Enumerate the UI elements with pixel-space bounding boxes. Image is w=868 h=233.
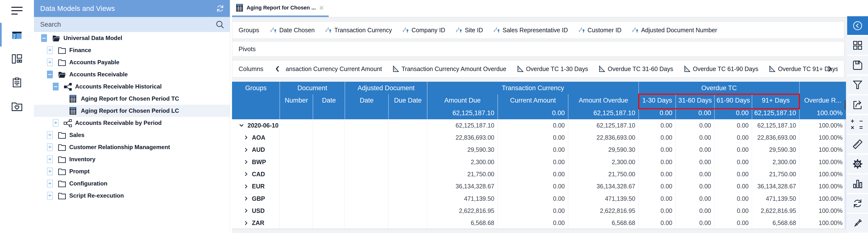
collapse-toggle[interactable] xyxy=(41,34,47,42)
tree-item[interactable]: Aging Report for Chosen Period LC xyxy=(34,105,230,117)
row-label[interactable]: AUD xyxy=(243,144,265,156)
refresh-button[interactable] xyxy=(847,194,868,213)
expand-toggle[interactable] xyxy=(47,131,53,139)
column-header-amount_overdue[interactable]: Amount Overdue xyxy=(568,94,639,107)
cell-d1_30: 0.00 xyxy=(639,180,676,193)
model-outline-icon xyxy=(63,119,72,127)
column-header-current_amount[interactable]: Current Amount xyxy=(498,94,568,107)
column-header-d91[interactable]: 91+ Days xyxy=(752,94,800,107)
refresh-icon[interactable] xyxy=(216,4,224,13)
chevron-right-icon[interactable] xyxy=(243,171,249,177)
field-chip[interactable]: ansaction Currency Current Amount xyxy=(286,65,382,72)
tree-item[interactable]: Aging Report for Chosen Period TC xyxy=(34,93,230,105)
settings-button[interactable] xyxy=(847,155,868,173)
column-header-ratio[interactable]: Overdue R... xyxy=(800,94,846,107)
column-header-d61_90[interactable]: 61-90 Days xyxy=(714,94,752,107)
chevron-right-icon[interactable] xyxy=(243,183,249,190)
vertical-scrollbar-thumb[interactable] xyxy=(844,100,846,110)
tab-aging-report[interactable]: Aging Report for Chosen ... × xyxy=(232,0,329,17)
field-chip[interactable]: Adjusted Document Number xyxy=(631,26,717,34)
column-header-amount_due[interactable]: Amount Due xyxy=(427,94,498,107)
tree-item[interactable]: Universal Data Model xyxy=(34,32,230,44)
expand-toggle[interactable] xyxy=(47,143,53,151)
chevron-right-icon[interactable] xyxy=(243,159,249,165)
column-header-d31_60[interactable]: 31-60 Days xyxy=(676,94,714,107)
field-chip[interactable]: Site ID xyxy=(455,26,483,34)
field-chip[interactable]: Transaction Currency xyxy=(325,26,392,34)
attribute-icon xyxy=(325,26,332,34)
grid-layout-button[interactable] xyxy=(847,36,868,55)
row-label[interactable]: EUR xyxy=(243,180,265,193)
collapse-toggle[interactable] xyxy=(47,70,53,78)
expand-toggle[interactable] xyxy=(47,180,53,187)
eyedropper-button[interactable] xyxy=(847,214,868,233)
field-chip[interactable]: Overdue TC 31-60 Days xyxy=(598,65,673,72)
chevron-right-icon[interactable] xyxy=(243,135,249,140)
close-icon[interactable]: × xyxy=(319,4,324,12)
folder-icon xyxy=(58,179,66,188)
operators-button[interactable]: + −× = xyxy=(847,115,868,134)
expand-toggle[interactable] xyxy=(47,155,53,163)
field-chip[interactable]: Overdue TC 1-30 Days xyxy=(517,65,588,72)
row-label[interactable]: GBP xyxy=(243,193,265,205)
tree-item[interactable]: Sales xyxy=(34,129,230,141)
row-label[interactable]: CAD xyxy=(243,168,265,180)
row-label[interactable]: ZAR xyxy=(243,217,264,229)
bar-chart-button[interactable] xyxy=(847,174,868,193)
row-label[interactable]: BWP xyxy=(243,156,266,168)
column-header-due_date[interactable]: Due Date xyxy=(389,94,427,107)
field-chip[interactable]: Customer ID xyxy=(578,26,621,34)
cell-ratio: 100.00% xyxy=(800,205,846,217)
filter-button[interactable] xyxy=(847,76,868,94)
field-chip[interactable]: Transaction Currency Amount Overdue xyxy=(392,65,506,72)
chevron-right-icon[interactable] xyxy=(243,196,249,202)
expand-toggle[interactable] xyxy=(53,119,59,127)
tree-item[interactable]: Script Re-execution xyxy=(34,190,230,202)
field-chip[interactable]: Overdue TC 61-90 Days xyxy=(683,65,758,72)
expand-toggle[interactable] xyxy=(47,192,53,200)
chevron-left-icon[interactable] xyxy=(274,65,281,72)
field-chip[interactable]: Date Chosen xyxy=(270,26,315,34)
column-header-doc_date[interactable]: Date xyxy=(313,94,345,107)
save-button[interactable] xyxy=(847,56,868,75)
field-chip[interactable]: Sales Representative ID xyxy=(493,26,568,34)
collapse-panel-button[interactable] xyxy=(847,16,868,35)
row-label[interactable]: 2020-06-10 xyxy=(238,119,279,132)
column-header-adj_date[interactable]: Date xyxy=(345,94,389,107)
chevron-right-icon[interactable] xyxy=(826,65,833,72)
cell-amount_due: 2,300.00 xyxy=(427,156,498,168)
row-label[interactable]: AOA xyxy=(243,132,266,144)
chevron-right-icon[interactable] xyxy=(243,208,249,213)
tree-item[interactable]: Accounts Payable xyxy=(34,56,230,68)
tree-item[interactable]: Accounts Receivable by Period xyxy=(34,117,230,129)
expand-toggle[interactable] xyxy=(47,168,53,175)
tree-item[interactable]: Customer Relationship Management xyxy=(34,141,230,153)
tree-item[interactable]: Inventory xyxy=(34,153,230,165)
collapse-toggle[interactable] xyxy=(53,83,59,90)
nav-clipboard-button[interactable] xyxy=(0,74,34,91)
tree-item[interactable]: Configuration xyxy=(34,177,230,190)
nav-dashboard-button[interactable] xyxy=(0,50,34,68)
row-label[interactable]: USD xyxy=(243,205,265,217)
vertical-scrollbar-track[interactable] xyxy=(844,119,846,229)
nav-favorites-button[interactable] xyxy=(0,98,34,115)
search-input[interactable]: Search xyxy=(34,17,230,32)
column-header-d1_30[interactable]: 1-30 Days xyxy=(639,94,676,107)
export-button[interactable] xyxy=(847,95,868,114)
expand-toggle[interactable] xyxy=(47,46,53,54)
chevron-right-icon[interactable] xyxy=(243,147,249,153)
chevron-down-icon[interactable] xyxy=(238,122,245,128)
column-header-number[interactable]: Number xyxy=(280,94,313,107)
settings-icon xyxy=(852,158,863,169)
tree-item[interactable]: Accounts Receivable Historical xyxy=(34,81,230,93)
totals-cell-d31_60: 0.00 xyxy=(676,107,714,119)
expand-toggle[interactable] xyxy=(47,58,53,66)
tree-item[interactable]: Accounts Receivable xyxy=(34,68,230,81)
ruler-button[interactable] xyxy=(847,135,868,153)
chevron-right-icon[interactable] xyxy=(243,220,249,226)
tree-item[interactable]: Finance xyxy=(34,44,230,56)
nav-data-panel-button[interactable] xyxy=(0,27,34,45)
hamburger-menu-button[interactable] xyxy=(0,2,34,20)
tree-item[interactable]: Prompt xyxy=(34,165,230,177)
field-chip[interactable]: Company ID xyxy=(402,26,445,34)
